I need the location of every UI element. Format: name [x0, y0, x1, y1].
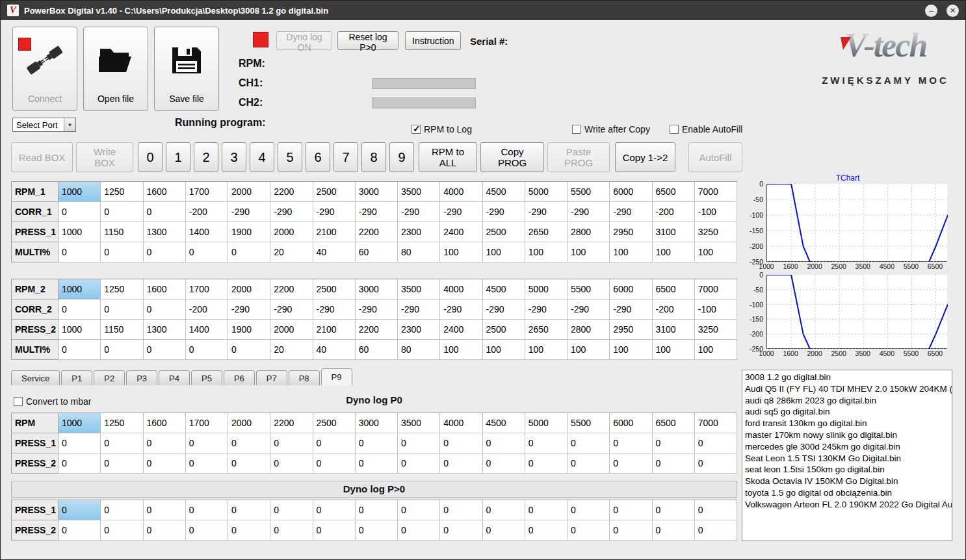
write-after-copy-checkbox[interactable]: Write after Copy	[572, 124, 650, 134]
grid-cell[interactable]: 80	[398, 340, 440, 360]
grid-cell[interactable]: 0	[568, 500, 610, 520]
grid-cell[interactable]: 0	[186, 520, 228, 541]
grid-cell[interactable]: 0	[653, 500, 695, 520]
grid-cell[interactable]: 100	[653, 242, 695, 262]
grid-cell[interactable]: 40	[313, 340, 356, 360]
grid-cell[interactable]: 6500	[653, 279, 695, 299]
grid-cell[interactable]: 100	[568, 340, 610, 360]
file-list-item[interactable]: master 170km nowy silnik go digital.bin	[745, 429, 949, 441]
grid-cell[interactable]: 0	[313, 453, 356, 474]
grid-cell[interactable]: 2800	[568, 222, 610, 242]
grid-cell[interactable]: 0	[228, 453, 270, 474]
grid-cell[interactable]: 1600	[144, 279, 186, 299]
rpm-to-log-checkbox[interactable]: RPM to Log	[411, 124, 472, 134]
file-list-item[interactable]: toyota 1.5 go digital od obciążenia.bin	[745, 487, 949, 499]
grid-cell[interactable]: 5500	[568, 182, 610, 202]
grid-cell[interactable]: 0	[59, 202, 101, 222]
grid-cell[interactable]: 3250	[695, 320, 737, 340]
grid-cell[interactable]: 100	[440, 340, 482, 360]
grid-cell[interactable]: 0	[695, 453, 737, 474]
file-list-item[interactable]: 3008 1.2 go digital.bin	[745, 372, 949, 383]
grid-cell[interactable]: 2000	[270, 222, 313, 242]
grid-cell[interactable]: 0	[59, 340, 101, 360]
grid-cell[interactable]: 0	[568, 453, 610, 474]
grid-cell[interactable]: 0	[440, 453, 482, 474]
grid-cell[interactable]: -290	[398, 202, 440, 222]
rpm-to-all-button[interactable]: RPM to ALL	[419, 142, 477, 172]
grid-cell[interactable]: 2500	[483, 320, 525, 340]
grid-cell[interactable]: 2200	[270, 279, 313, 299]
grid-cell[interactable]: 2300	[398, 222, 440, 242]
grid-cell[interactable]: -100	[695, 202, 737, 222]
grid-cell[interactable]: 0	[525, 433, 568, 453]
grid-cell[interactable]: 4000	[440, 182, 482, 202]
grid-cell[interactable]: 0	[270, 453, 313, 474]
reset-log-button[interactable]: Reset log P>0	[337, 31, 398, 50]
grid-cell[interactable]: 0	[610, 453, 652, 474]
grid-cell[interactable]: 2400	[440, 222, 482, 242]
grid-cell[interactable]: 0	[144, 500, 186, 520]
grid-cell[interactable]: 3000	[356, 279, 398, 299]
digit-button-2[interactable]: 2	[194, 142, 218, 172]
tab-p6[interactable]: P6	[224, 370, 255, 385]
grid-cell[interactable]: 1000	[59, 320, 101, 340]
file-list-item[interactable]: mercedes gle 300d 245km go digital.bin	[745, 441, 949, 453]
copy-1-to-2-button[interactable]: Copy 1->2	[615, 142, 675, 172]
grid-cell[interactable]: 0	[101, 433, 143, 453]
grid-cell[interactable]: 0	[440, 433, 482, 453]
grid-cell[interactable]: -100	[695, 299, 737, 320]
grid-cell[interactable]: 100	[568, 242, 610, 262]
grid-cell[interactable]: 80	[398, 242, 440, 262]
grid-cell[interactable]: 0	[356, 453, 398, 474]
grid-cell[interactable]: 1400	[186, 320, 228, 340]
grid-cell[interactable]: -290	[313, 299, 356, 320]
file-list-item[interactable]: audi q8 286km 2023 go digital.bin	[745, 395, 949, 407]
grid-cell[interactable]: 0	[695, 433, 737, 453]
grid-cell[interactable]: -200	[186, 202, 228, 222]
grid-cell[interactable]: 5500	[568, 279, 610, 299]
grid-cell[interactable]: 100	[695, 340, 737, 360]
grid-cell[interactable]: 0	[440, 500, 482, 520]
grid-cell[interactable]: -200	[653, 202, 695, 222]
grid-cell[interactable]: 0	[568, 433, 610, 453]
digit-button-0[interactable]: 0	[138, 142, 163, 172]
grid-cell[interactable]: 3500	[398, 413, 440, 433]
grid-cell[interactable]: 40	[313, 242, 356, 262]
grid-cell[interactable]: 4500	[483, 413, 525, 433]
grid-cell[interactable]: 6000	[610, 182, 652, 202]
grid-cell[interactable]: -290	[440, 202, 482, 222]
paste-prog-button[interactable]: Paste PROG	[547, 142, 610, 172]
grid-cell[interactable]: -290	[525, 202, 568, 222]
file-list-item[interactable]: Seat Leon 1.5 TSI 130KM Go Digital.bin	[745, 453, 949, 465]
grid-cell[interactable]: 0	[59, 299, 101, 320]
grid-cell[interactable]: 2500	[313, 413, 356, 433]
grid-cell[interactable]: 0	[483, 453, 525, 474]
grid-cell[interactable]: -290	[228, 299, 270, 320]
grid-cell[interactable]: 100	[440, 242, 482, 262]
grid-cell[interactable]: 7000	[695, 279, 737, 299]
digit-button-6[interactable]: 6	[306, 142, 330, 172]
grid-cell[interactable]: 100	[610, 242, 652, 262]
tab-p1[interactable]: P1	[61, 370, 92, 385]
write-box-button[interactable]: Write BOX	[76, 142, 133, 172]
tab-p9[interactable]: P9	[321, 368, 352, 385]
grid-cell[interactable]: 4000	[440, 413, 482, 433]
grid-cell[interactable]: 1000	[59, 222, 101, 242]
file-list-item[interactable]: ford transit 130km go digital.bin	[745, 418, 949, 429]
grid-cell[interactable]: 0	[101, 299, 143, 320]
digit-button-1[interactable]: 1	[166, 142, 190, 172]
grid-cell[interactable]: 0	[610, 433, 652, 453]
grid-cell[interactable]: 0	[356, 500, 398, 520]
grid-cell[interactable]: 0	[186, 433, 228, 453]
grid-cell[interactable]: 7000	[695, 413, 737, 433]
grid-cell[interactable]: 100	[610, 340, 652, 360]
grid-cell[interactable]: 6000	[610, 413, 652, 433]
grid-cell[interactable]: 1300	[144, 222, 186, 242]
grid-cell[interactable]: 1400	[186, 222, 228, 242]
copy-prog-button[interactable]: Copy PROG	[480, 142, 544, 172]
grid-cell[interactable]: 2650	[525, 320, 568, 340]
grid-cell[interactable]: 1000	[59, 279, 101, 299]
grid-cell[interactable]: 1900	[228, 320, 270, 340]
grid-cell[interactable]: 3000	[356, 182, 398, 202]
grid-cell[interactable]: 0	[186, 453, 228, 474]
